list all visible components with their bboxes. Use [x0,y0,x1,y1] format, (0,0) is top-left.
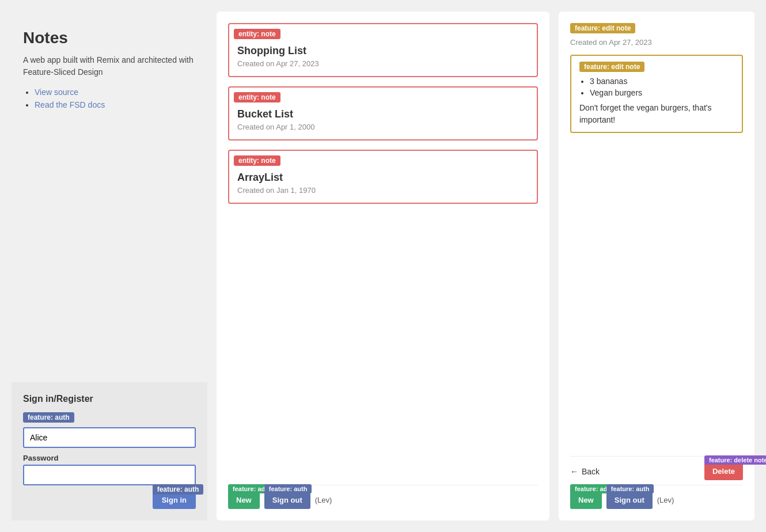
left-panel: Notes A web app built with Remix and arc… [12,12,207,520]
signout-button-right[interactable]: feature: auth Sign out [606,491,653,509]
edit-note-list: 3 bananas Vegan burgers [579,77,734,97]
note-date-1: Created on Apr 27, 2023 [237,59,529,68]
entity-note-badge-1: entity: note [234,29,280,39]
signin-section: Sign in/Register feature: auth Password … [12,382,207,520]
feature-auth-badge: feature: auth [23,412,74,423]
signout-label-middle: Sign out [272,496,302,504]
back-arrow-icon: ← [570,467,578,476]
note-card-body-3: ArrayList Created on Jan 1, 1970 [229,166,537,203]
signin-badge-overlay: feature: auth [153,484,204,495]
list-item: Vegan burgers [590,88,734,97]
add-note-label-right: New [578,496,594,504]
note-detail-date: Created on Apr 27, 2023 [570,38,743,47]
note-detail-footer: ← Back feature: delete note Delete [570,456,743,480]
add-note-button[interactable]: feature: add note New [228,491,260,509]
signin-title: Sign in/Register [23,394,196,404]
note-detail: feature: edit note Created on Apr 27, 20… [570,23,743,456]
user-label-right: (Lev) [657,496,674,504]
list-item: Read the FSD docs [35,100,196,109]
signout-label-right: Sign out [615,496,644,504]
fsd-docs-link[interactable]: Read the FSD docs [35,100,105,109]
add-note-label: New [236,496,252,504]
note-card-body-1: Shopping List Created on Apr 27, 2023 [229,39,537,76]
back-label: Back [582,467,600,476]
note-card-body-2: Bucket List Created on Apr 1, 2000 [229,102,537,139]
delete-label: Delete [712,467,735,476]
password-label: Password [23,454,196,462]
username-group [23,427,196,448]
note-title-3: ArrayList [237,172,529,184]
signin-footer: feature: auth Sign in [23,491,196,509]
edit-note-box: feature: edit note 3 bananas Vegan burge… [570,55,743,133]
username-input[interactable] [23,427,196,448]
note-card[interactable]: entity: note ArrayList Created on Jan 1,… [228,150,538,204]
app-description: A web app built with Remix and architect… [23,54,196,78]
right-panel-footer: feature: add note New feature: auth Sign… [570,485,743,509]
signout-button-middle[interactable]: feature: auth Sign out [264,491,310,509]
middle-panel-footer: feature: add note New feature: auth Sign… [228,485,538,509]
add-note-button-right[interactable]: feature: add note New [570,491,602,509]
note-date-2: Created on Apr 1, 2000 [237,123,529,131]
entity-note-badge-2: entity: note [234,92,280,102]
edit-note-badge-box: feature: edit note [579,62,644,72]
entity-note-badge-3: entity: note [234,155,280,166]
view-source-link[interactable]: View source [35,88,78,97]
note-card[interactable]: entity: note Bucket List Created on Apr … [228,86,538,140]
app-title: Notes [23,29,196,47]
list-item: View source [35,88,196,97]
auth-badge-middle: feature: auth [264,484,312,493]
app-info: Notes A web app built with Remix and arc… [23,29,196,113]
note-date-3: Created on Jan 1, 1970 [237,186,529,195]
password-group: Password [23,454,196,485]
edit-note-badge-top: feature: edit note [570,23,635,33]
note-card[interactable]: entity: note Shopping List Created on Ap… [228,23,538,77]
edit-note-text: Don't forget the vegan burgers, that's i… [579,102,734,126]
link-list: View source Read the FSD docs [23,88,196,109]
user-label-middle: (Lev) [315,496,332,504]
middle-panel: entity: note Shopping List Created on Ap… [217,12,549,520]
note-title-1: Shopping List [237,45,529,57]
right-panel: feature: edit note Created on Apr 27, 20… [559,12,754,520]
note-title-2: Bucket List [237,108,529,120]
delete-badge: feature: delete note [704,455,766,465]
signin-button[interactable]: feature: auth Sign in [153,491,196,509]
notes-list: entity: note Shopping List Created on Ap… [228,23,538,485]
back-button[interactable]: ← Back [570,467,600,476]
list-item: 3 bananas [590,77,734,86]
password-input[interactable] [23,465,196,485]
signin-label: Sign in [162,496,187,504]
delete-button[interactable]: feature: delete note Delete [704,462,743,480]
auth-badge-right: feature: auth [606,484,654,493]
